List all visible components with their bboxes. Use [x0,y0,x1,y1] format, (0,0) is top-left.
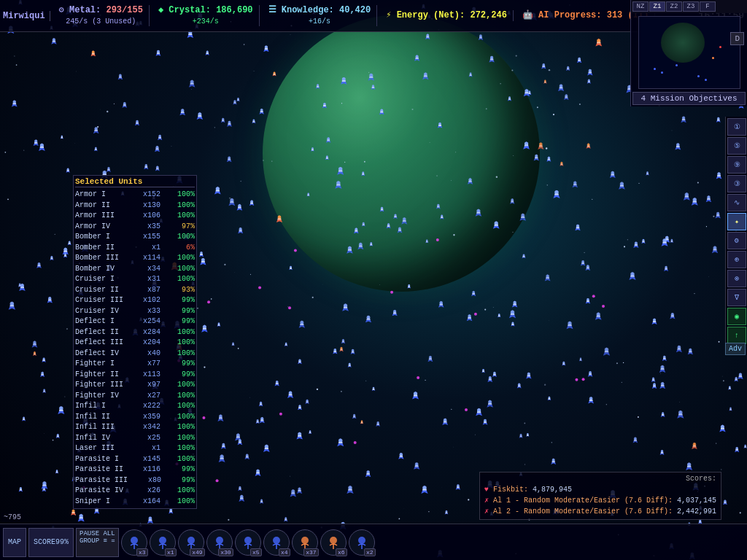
unit-name: Laser III [75,443,126,454]
adv-button[interactable]: Adv [725,343,746,355]
unit-count: x33 [135,306,160,317]
unit-name: Fighter IV [75,391,126,402]
unit-count: x113 [135,370,160,381]
unit-icon[interactable]: x37 [292,529,318,556]
unit-list-row: Parasite I x145 100% [75,454,195,465]
unit-name: Fighter I [75,359,126,370]
minimap-d-button[interactable]: D [730,32,744,45]
unit-icon[interactable]: x3 [121,529,147,556]
unit-count: x106 [135,211,160,222]
unit-list-row: Deflect II x284 100% [75,327,195,338]
svg-point-8 [244,537,252,544]
unit-list-row: Fighter III x97 100% [75,380,195,391]
unit-count: x97 [135,380,160,391]
mission-objectives-button[interactable]: 4 Mission Objectives [632,92,746,105]
unit-icon[interactable]: x2 [349,529,375,556]
scores-label: Scores: [484,475,716,483]
minimap-unit-dot [676,64,678,66]
unit-list-row: Deflect I x254 99% [75,316,195,327]
score-row: ✗ Al 2 - Random Moderate/Easier (7.6 Dif… [484,506,716,517]
unit-pct: 100% [169,433,195,444]
unit-pct: 100% [169,391,195,402]
unit-name: Fighter III [75,380,126,391]
toolbar-btn-9[interactable]: ⑨ [727,156,746,174]
unit-name: Cruiser IV [75,306,126,317]
map-button[interactable]: MAP [3,528,26,557]
unit-name: Bomber III [75,253,126,264]
toolbar-btn-5[interactable]: ⑤ [727,137,746,155]
minimap-tab-z3[interactable]: Z3 [683,1,699,12]
unit-name: Sniper I [75,497,126,508]
unit-pct: 100% [169,211,195,222]
minimap-unit-dot [654,68,656,70]
unit-name: Infil II [75,412,126,423]
unit-list-row: Armor III x106 100% [75,211,195,222]
unit-icon[interactable]: x4 [263,529,290,556]
toolbar-btn-3[interactable]: ③ [727,175,746,192]
unit-icon-count: x3 [136,548,148,556]
unit-count: x222 [135,401,160,412]
unit-count: x204 [135,338,160,349]
unit-count: x35 [135,222,160,233]
unit-name: Deflect II [75,327,126,338]
unit-pct: 100% [169,327,195,338]
unit-icon-count: x30 [218,548,233,556]
unit-pct: 93% [169,285,195,296]
unit-icon[interactable]: x5 [235,529,261,556]
unit-name: Parasite III [75,475,128,486]
unit-icon[interactable]: x49 [178,529,204,556]
unit-icon[interactable]: x1 [150,529,176,556]
toolbar-btn-star[interactable]: ✦ [727,213,746,230]
minimap-tab-nz[interactable]: NZ [632,1,649,12]
metal-icon-label: ⚙ Metal: 293/155 [59,5,143,17]
minimap-area: NZ Z1 Z2 Z3 F D 4 Mission Objectives [630,0,747,106]
toolbar-btn-cross[interactable]: ⊕ [727,251,746,268]
toolbar-btn-up[interactable]: ↑ [727,327,746,344]
svg-point-0 [131,537,138,544]
minimap-tab-f[interactable]: F [700,1,716,12]
toolbar-btn-x[interactable]: ⊗ [727,270,746,287]
unit-icon-count: x37 [303,548,318,556]
minimap-display[interactable] [638,16,740,89]
knowledge-icon-label: ☰ Knowledge: 40,420 [268,5,371,17]
toolbar-btn-circle[interactable]: ◉ [727,308,746,325]
unit-list-row: Bomber II x1 6% [75,243,195,254]
unit-count: x342 [135,422,160,433]
player-name: Mirwiqui [3,11,50,21]
metal-resource: ⚙ Metal: 293/155 245/s (3 Unused) [53,5,150,26]
selected-units-title: Selected Units [75,177,195,187]
pause-button[interactable]: PAUSE ALL GROUP ≡ = [76,528,119,557]
unit-list-row: Fighter IV x27 100% [75,391,195,402]
unit-list-row: Infil III x342 100% [75,422,195,433]
unit-icon[interactable]: x6 [320,529,347,556]
unit-count: x1 [135,243,160,254]
minimap-tab-z2[interactable]: Z2 [666,1,682,12]
unit-count: x1 [135,443,160,454]
unit-icons-row: x3 x1 x49 x30 [121,529,375,556]
unit-count: x34 [135,264,160,275]
toolbar-btn-delta[interactable]: ∇ [727,289,746,306]
toolbar-btn-wave[interactable]: ∿ [727,194,746,211]
score-button[interactable]: SCORE 99% [28,528,74,557]
minimap-tab-z1[interactable]: Z1 [649,1,665,12]
unit-list-row: Cruiser II x87 93% [75,285,195,296]
unit-name: Armor IV [75,222,126,233]
toolbar-btn-1[interactable]: ① [727,118,746,136]
unit-pct: 99% [169,359,195,370]
scores-panel: Scores: ♥ Fiskbit: 4,879,945✗ Al 1 - Ran… [479,472,721,520]
unit-pct: 99% [169,464,195,475]
unit-count: x114 [135,253,160,264]
unit-name: Bomber II [75,243,126,254]
unit-name: Infil III [75,422,126,433]
toolbar-btn-gear[interactable]: ⚙ [727,232,746,249]
unit-count: x40 [135,349,160,359]
unit-count: x87 [135,285,160,296]
energy-icon-label: ⚡ Energy (Net): 272,246 [386,10,507,22]
knowledge-resource: ☰ Knowledge: 40,420 +16/s [263,5,378,26]
unit-list-row: Fighter II x113 99% [75,370,195,381]
unit-name: Bomber IV [75,264,126,275]
unit-icon[interactable]: x30 [206,529,233,556]
unit-name: Armor II [75,201,126,211]
unit-name: Infil I [75,401,126,412]
unit-list-row: Deflect III x204 100% [75,338,195,349]
